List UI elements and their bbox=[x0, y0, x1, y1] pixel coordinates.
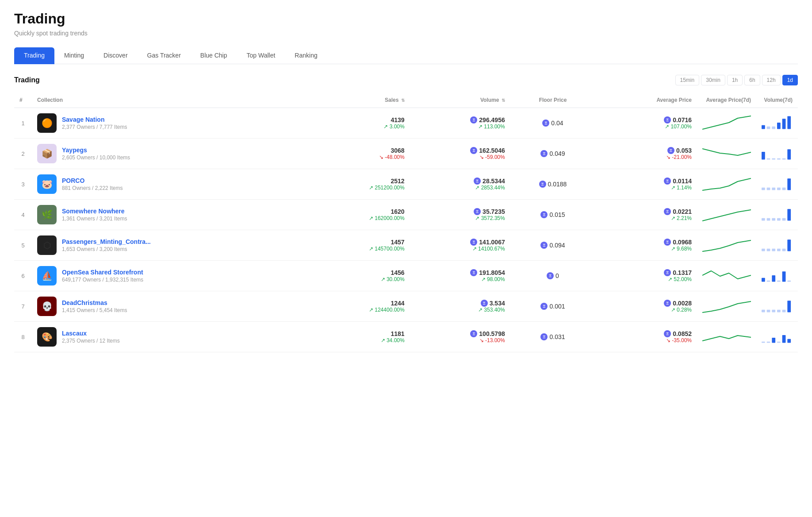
collection-name[interactable]: Passengers_Minting_Contra... bbox=[62, 238, 151, 245]
floor-value: Ξ 0.094 bbox=[516, 242, 590, 249]
svg-rect-28 bbox=[782, 248, 786, 251]
vol-bar-cell bbox=[756, 261, 798, 291]
svg-rect-38 bbox=[772, 309, 775, 312]
eth-icon-floor: Ξ bbox=[542, 120, 549, 127]
sales-cell: 1181 ↗ 34.00% bbox=[307, 322, 410, 352]
volume-cell: Ξ 28.5344 ↗ 2853.44% bbox=[410, 169, 510, 200]
collection-cell: 🌿 Somewhere Nowhere 1,361 Owners / 3,201… bbox=[32, 200, 307, 230]
svg-rect-0 bbox=[762, 125, 765, 129]
sales-pct: ↗ 3.00% bbox=[312, 123, 404, 130]
collection-cell: 📦 Yaypegs 2,605 Owners / 10,000 Items bbox=[32, 139, 307, 169]
col-volume: Volume ⇅ bbox=[410, 93, 510, 108]
sort-volume-icon[interactable]: ⇅ bbox=[502, 98, 505, 103]
tab-minting[interactable]: Minting bbox=[54, 47, 94, 64]
avg-chart-cell bbox=[697, 322, 756, 352]
avg-chart-cell bbox=[697, 261, 756, 291]
svg-rect-5 bbox=[787, 116, 791, 129]
sales-pct: ↗ 145700.00% bbox=[312, 246, 404, 252]
time-btn-1d[interactable]: 1d bbox=[782, 75, 798, 85]
time-btn-30min[interactable]: 30min bbox=[701, 75, 725, 85]
collection-cell: 🐷 PORCO 881 Owners / 2,222 Items bbox=[32, 169, 307, 200]
avg-value: Ξ 0.0028 bbox=[601, 300, 692, 307]
col-rank: # bbox=[14, 93, 32, 108]
sales-pct: ↗ 30.00% bbox=[312, 276, 404, 282]
sort-sales-icon[interactable]: ⇅ bbox=[401, 98, 405, 103]
collection-name[interactable]: OpenSea Shared Storefront bbox=[62, 269, 143, 276]
avg-chart-cell bbox=[697, 108, 756, 139]
sales-cell: 2512 ↗ 251200.00% bbox=[307, 169, 410, 200]
avg-pct: ↗ 2.21% bbox=[601, 215, 692, 221]
tab-top-wallet[interactable]: Top Wallet bbox=[237, 47, 285, 64]
volume-value: Ξ 3.534 bbox=[415, 300, 505, 307]
sales-pct: ↗ 162000.00% bbox=[312, 215, 404, 221]
collection-image: 🟠 bbox=[37, 113, 57, 133]
collection-name[interactable]: DeadChristmas bbox=[62, 299, 127, 306]
avg-cell: Ξ 0.0716 ↗ 107.00% bbox=[595, 108, 697, 139]
collection-image: ⛵ bbox=[37, 266, 57, 286]
floor-value: Ξ 0.015 bbox=[516, 211, 590, 218]
time-btn-6h[interactable]: 6h bbox=[744, 75, 760, 85]
collection-name[interactable]: Savage Nation bbox=[62, 116, 127, 123]
floor-value: Ξ 0.049 bbox=[516, 150, 590, 157]
collection-meta: 2,605 Owners / 10,000 Items bbox=[62, 154, 130, 161]
floor-value: Ξ 0.04 bbox=[516, 120, 590, 127]
tab-ranking[interactable]: Ranking bbox=[285, 47, 327, 64]
collection-meta: 1,653 Owners / 3,200 Items bbox=[62, 246, 151, 252]
volume-value: Ξ 162.5046 bbox=[415, 147, 505, 154]
svg-rect-30 bbox=[762, 278, 765, 282]
volume-pct: ↗ 113.00% bbox=[415, 123, 505, 130]
eth-icon-floor: Ξ bbox=[540, 211, 548, 218]
time-btn-15min[interactable]: 15min bbox=[675, 75, 700, 85]
collection-meta: 1,415 Owners / 5,454 Items bbox=[62, 307, 127, 313]
time-btn-12h[interactable]: 12h bbox=[762, 75, 781, 85]
volume-cell: Ξ 296.4956 ↗ 113.00% bbox=[410, 108, 510, 139]
svg-rect-18 bbox=[762, 218, 765, 220]
tab-discover[interactable]: Discover bbox=[94, 47, 137, 64]
table-row: 6 ⛵ OpenSea Shared Storefront 649,177 Ow… bbox=[14, 261, 798, 291]
avg-pct: ↗ 9.68% bbox=[601, 246, 692, 252]
rank-cell: 7 bbox=[14, 291, 32, 322]
avg-chart-cell bbox=[697, 230, 756, 261]
collection-name[interactable]: Yaypegs bbox=[62, 147, 130, 154]
volume-value: Ξ 35.7235 bbox=[415, 208, 505, 215]
time-btn-1h[interactable]: 1h bbox=[727, 75, 743, 85]
vol-bar-cell bbox=[756, 139, 798, 169]
avg-value: Ξ 0.0221 bbox=[601, 208, 692, 215]
floor-value: Ξ 0.001 bbox=[516, 303, 590, 310]
tab-nav: TradingMintingDiscoverGas TrackerBlue Ch… bbox=[14, 47, 798, 64]
volume-value: Ξ 100.5798 bbox=[415, 330, 505, 337]
table-row: 4 🌿 Somewhere Nowhere 1,361 Owners / 3,2… bbox=[14, 200, 798, 230]
floor-value: Ξ 0 bbox=[516, 272, 590, 279]
col-avg7d: Average Price(7d) bbox=[697, 93, 756, 108]
floor-cell: Ξ 0.04 bbox=[510, 108, 596, 139]
collection-meta: 1,361 Owners / 3,201 Items bbox=[62, 216, 127, 222]
collection-meta: 2,375 Owners / 12 Items bbox=[62, 338, 120, 344]
collection-name[interactable]: Lascaux bbox=[62, 330, 120, 337]
eth-icon-avg: Ξ bbox=[664, 300, 671, 307]
tab-gas-tracker[interactable]: Gas Tracker bbox=[138, 47, 191, 64]
col-sales: Sales ⇅ bbox=[307, 93, 410, 108]
vol-bar-cell bbox=[756, 169, 798, 200]
collection-name[interactable]: PORCO bbox=[62, 177, 123, 184]
eth-icon-avg: Ξ bbox=[667, 147, 674, 154]
table-row: 1 🟠 Savage Nation 2,377 Owners / 7,777 I… bbox=[14, 108, 798, 139]
svg-rect-35 bbox=[787, 280, 791, 282]
eth-icon-floor: Ξ bbox=[540, 333, 548, 340]
volume-cell: Ξ 141.0067 ↗ 14100.67% bbox=[410, 230, 510, 261]
rank-cell: 1 bbox=[14, 108, 32, 139]
collection-cell: 🎨 Lascaux 2,375 Owners / 12 Items bbox=[32, 322, 307, 352]
rank-cell: 5 bbox=[14, 230, 32, 261]
sales-value: 2512 bbox=[312, 177, 404, 185]
collection-image: ⬡ bbox=[37, 235, 57, 255]
tab-trading[interactable]: Trading bbox=[14, 47, 54, 64]
collection-name[interactable]: Somewhere Nowhere bbox=[62, 208, 127, 215]
volume-pct: ↗ 14100.67% bbox=[415, 246, 505, 252]
floor-cell: Ξ 0.049 bbox=[510, 139, 596, 169]
volume-pct: ↗ 2853.44% bbox=[415, 185, 505, 191]
eth-icon-floor: Ξ bbox=[540, 150, 548, 157]
tab-blue-chip[interactable]: Blue Chip bbox=[191, 47, 237, 64]
volume-pct: ↗ 3572.35% bbox=[415, 215, 505, 221]
section-header: Trading 15min30min1h6h12h1d bbox=[14, 75, 798, 85]
rank-cell: 3 bbox=[14, 169, 32, 200]
svg-rect-11 bbox=[787, 149, 791, 159]
